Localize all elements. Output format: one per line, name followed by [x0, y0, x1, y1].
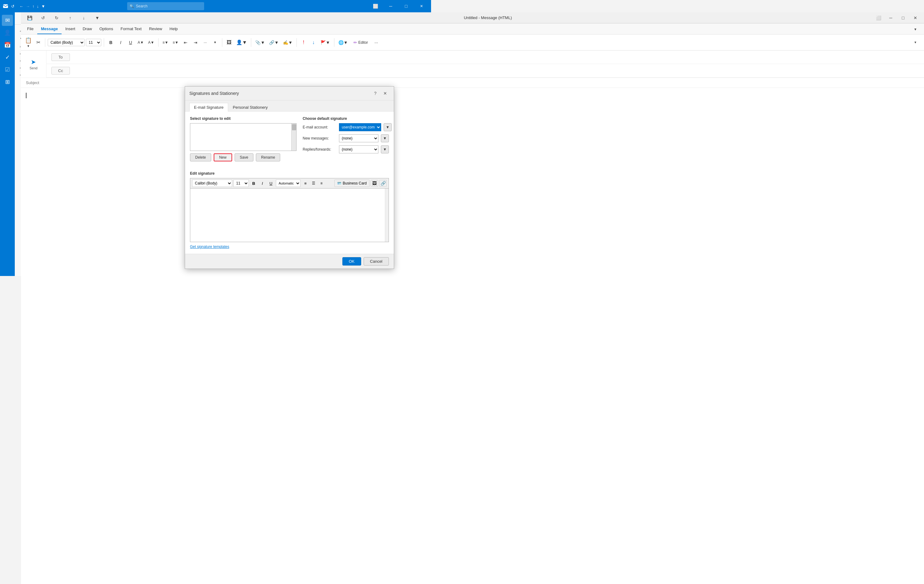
to-button[interactable]: To: [51, 53, 70, 61]
sig-align-center-btn[interactable]: ☰: [310, 180, 317, 187]
dialog-help-btn[interactable]: ?: [371, 89, 380, 97]
compose-undo-btn[interactable]: ↺: [37, 13, 49, 23]
decrease-indent-btn[interactable]: ⇤: [182, 38, 190, 47]
replies-select[interactable]: (none): [339, 146, 378, 154]
delete-btn[interactable]: Delete: [190, 154, 211, 161]
cc-input[interactable]: [70, 67, 431, 74]
insert-image-btn[interactable]: 🖼: [225, 38, 233, 47]
compose-more-btn[interactable]: ▼: [91, 13, 104, 23]
increase-indent-btn[interactable]: ⇥: [191, 38, 200, 47]
sidebar-icon-calendar[interactable]: 📅: [2, 40, 13, 51]
send-button-area: ➤ Send: [21, 51, 46, 78]
font-selector[interactable]: Calibri (Body): [48, 39, 85, 46]
people-btn[interactable]: 👤▼: [234, 38, 249, 47]
sidebar-icon-mail[interactable]: ✉: [2, 15, 13, 26]
replies-dropdown-btn[interactable]: ▼: [381, 146, 389, 154]
sidebar-icon-home[interactable]: ☑: [2, 64, 13, 75]
sig-list-container[interactable]: [190, 123, 297, 151]
ribbon-tab-format-text[interactable]: Format Text: [117, 24, 145, 34]
sidebar-icon-contacts[interactable]: 👤: [2, 27, 13, 38]
business-card-btn[interactable]: 🪪 Business Card: [334, 180, 370, 187]
sig-italic-btn[interactable]: I: [259, 180, 266, 187]
ribbon-tab-insert[interactable]: Insert: [61, 24, 79, 34]
translate-btn[interactable]: 🌐▼: [337, 38, 350, 47]
sig-align-right-btn[interactable]: ≡: [318, 180, 325, 187]
signatures-dialog[interactable]: Signatures and Stationery ? ✕ E-mail Sig…: [185, 86, 394, 269]
up-icon[interactable]: ↑: [32, 4, 35, 8]
sig-scroll-thumb[interactable]: [292, 124, 296, 130]
ribbon-tab-file[interactable]: File: [23, 24, 37, 34]
underline-btn[interactable]: U: [126, 38, 135, 47]
cc-button[interactable]: Cc: [51, 67, 70, 74]
sidebar-icon-apps[interactable]: ⊞: [2, 76, 13, 88]
sig-font-select[interactable]: Calibri (Body): [192, 180, 232, 187]
minimize-button[interactable]: ─: [384, 1, 398, 11]
font-color-btn[interactable]: A▼: [147, 38, 156, 47]
ribbon-tab-help[interactable]: Help: [166, 24, 182, 34]
sig-edit-scrollbar[interactable]: [385, 189, 389, 242]
paste-btn[interactable]: 📋 ▼: [23, 36, 33, 49]
more-options-btn[interactable]: ···: [372, 38, 381, 47]
tab-email-signature[interactable]: E-mail Signature: [189, 103, 228, 111]
ok-button[interactable]: OK: [342, 257, 361, 266]
tab-personal-stationery[interactable]: Personal Stationery: [228, 103, 272, 111]
ribbon-tab-review[interactable]: Review: [145, 24, 166, 34]
undo-icon[interactable]: ←: [20, 4, 23, 8]
link-btn[interactable]: 🔗▼: [267, 38, 280, 47]
email-dropdown-btn[interactable]: ▼: [384, 123, 392, 131]
dialog-close-btn[interactable]: ✕: [381, 89, 389, 97]
sidebar-icon-tasks[interactable]: ✓: [2, 52, 13, 63]
ribbon-tab-draw[interactable]: Draw: [79, 24, 96, 34]
close-button[interactable]: ✕: [414, 1, 429, 11]
subject-input[interactable]: [26, 80, 431, 85]
new-msg-dropdown-btn[interactable]: ▼: [381, 134, 389, 142]
bullets-btn[interactable]: ≡▼: [161, 38, 170, 47]
quick-access-icon[interactable]: ▼: [41, 4, 45, 8]
compose-redo-btn[interactable]: ↻: [51, 13, 63, 23]
sig-img-btn-1[interactable]: 🖼: [371, 180, 378, 187]
ribbon-tab-options[interactable]: Options: [96, 24, 117, 34]
highlight-btn[interactable]: A▼: [136, 38, 145, 47]
compose-down-btn[interactable]: ↓: [78, 13, 90, 23]
compose-up-btn[interactable]: ↑: [64, 13, 76, 23]
new-messages-select[interactable]: (none): [339, 134, 378, 142]
font-size-selector[interactable]: 11: [86, 39, 101, 46]
refresh-icon[interactable]: ↺: [11, 4, 15, 8]
maximize-button[interactable]: □: [399, 1, 413, 11]
choose-default-label: Choose default signature: [303, 116, 389, 121]
sig-size-select[interactable]: 11: [233, 180, 249, 187]
sig-bold-btn[interactable]: B: [250, 180, 257, 187]
numbering-btn[interactable]: ≡▼: [171, 38, 180, 47]
cancel-button[interactable]: Cancel: [364, 257, 389, 266]
rename-btn[interactable]: Rename: [256, 154, 280, 161]
cut-btn[interactable]: ✂: [34, 38, 43, 47]
sig-color-select[interactable]: Automatic: [276, 180, 300, 187]
bold-btn[interactable]: B: [107, 38, 115, 47]
sig-align-left-btn[interactable]: ≡: [302, 180, 309, 187]
priority-high-btn[interactable]: !: [299, 38, 308, 47]
down-icon[interactable]: ↓: [37, 4, 39, 8]
redo-icon[interactable]: →: [26, 4, 30, 8]
search-bar[interactable]: 🔍 Search: [127, 2, 204, 10]
flag-btn[interactable]: 🚩▼: [319, 38, 332, 47]
popup-icon[interactable]: ⬜: [368, 1, 383, 11]
save-btn[interactable]: Save: [234, 154, 253, 161]
new-btn[interactable]: New: [214, 154, 232, 161]
email-account-select[interactable]: user@example.com: [339, 123, 381, 131]
editor-btn[interactable]: ✏ Editor: [351, 38, 371, 47]
priority-low-btn[interactable]: ↓: [309, 38, 318, 47]
send-button[interactable]: ➤ Send: [26, 56, 41, 72]
attach-btn[interactable]: 📎▼: [254, 38, 266, 47]
ribbon-tab-message[interactable]: Message: [37, 24, 61, 34]
signature-btn[interactable]: ✍▼: [281, 38, 294, 47]
rt-chevron-btn[interactable]: ▼: [211, 38, 219, 47]
template-link[interactable]: Get signature templates: [190, 245, 389, 249]
italic-btn[interactable]: I: [116, 38, 125, 47]
sig-img-btn-2[interactable]: 🔗: [380, 180, 387, 187]
compose-save-btn[interactable]: 💾: [23, 13, 36, 23]
sig-list-scrollbar[interactable]: [291, 124, 296, 151]
sig-edit-area[interactable]: [190, 188, 389, 242]
more-format-btn[interactable]: ···: [201, 38, 210, 47]
to-input[interactable]: [70, 54, 431, 61]
sig-underline-btn[interactable]: U: [267, 180, 275, 187]
